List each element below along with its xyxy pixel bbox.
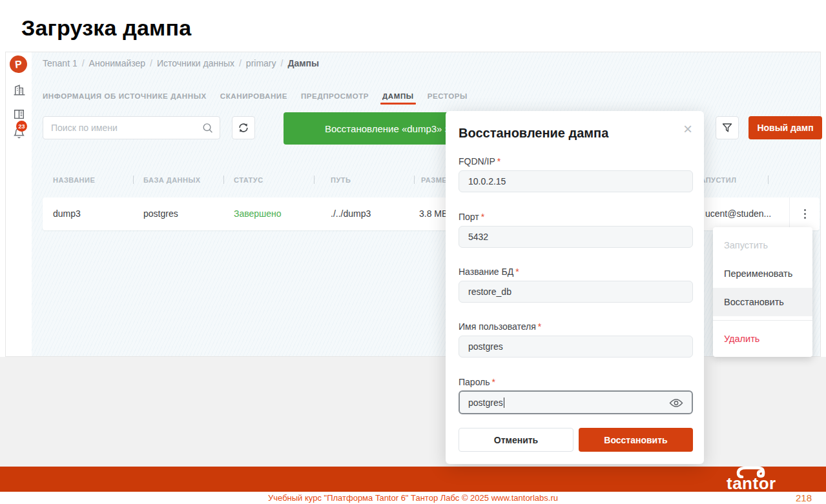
search-box xyxy=(43,116,220,139)
filter-button[interactable] xyxy=(716,116,739,139)
column-divider xyxy=(223,176,224,184)
notifications-badge: 23 xyxy=(16,121,27,132)
column-divider xyxy=(133,176,134,184)
tab-datasource-info[interactable]: ИНФОРМАЦИЯ ОБ ИСТОЧНИКЕ ДАННЫХ xyxy=(43,92,207,100)
col-header-database: БАЗА ДАННЫХ xyxy=(143,176,201,184)
text-caret xyxy=(504,398,505,408)
breadcrumb-dumps: Дампы xyxy=(287,58,319,68)
fqdn-value: 10.0.2.15 xyxy=(468,176,506,186)
port-label: Порт* xyxy=(459,212,484,222)
organization-icon[interactable] xyxy=(12,83,26,97)
required-marker: * xyxy=(481,212,484,222)
username-label: Имя пользователя* xyxy=(459,321,541,332)
breadcrumb-datasources[interactable]: Источники данных xyxy=(157,58,234,68)
dbname-label: Название БД* xyxy=(459,267,519,277)
password-label-text: Пароль xyxy=(459,377,490,387)
close-icon[interactable]: × xyxy=(683,121,692,137)
username-input[interactable]: postgres xyxy=(459,336,693,358)
fqdn-label: FQDN/IP* xyxy=(459,156,501,166)
kebab-icon xyxy=(804,209,806,219)
slide: Загрузка дампа P 23 Ten xyxy=(0,0,826,504)
column-divider xyxy=(414,176,415,184)
tantor-wordmark: tantor xyxy=(727,474,776,494)
page-number: 218 xyxy=(796,492,812,503)
cell-path: ./../dump3 xyxy=(331,208,371,219)
breadcrumb-anonymizer[interactable]: Анонимайзер xyxy=(89,58,145,68)
restore-dump-modal: Восстановление дампа × FQDN/IP* 10.0.2.1… xyxy=(446,111,704,464)
breadcrumb-primary[interactable]: primary xyxy=(246,58,276,68)
column-divider xyxy=(768,176,769,184)
col-header-name: НАЗВАНИЕ xyxy=(53,176,95,184)
tab-restores[interactable]: РЕСТОРЫ xyxy=(428,92,468,100)
tantor-logo: tantor xyxy=(727,467,798,492)
row-context-menu: Запустить Переименовать Восстановить Уда… xyxy=(713,227,812,357)
breadcrumb-separator: / xyxy=(82,58,85,68)
fqdn-label-text: FQDN/IP xyxy=(459,156,495,166)
search-input[interactable] xyxy=(51,117,200,139)
cell-status: Завершено xyxy=(234,208,282,219)
required-marker: * xyxy=(492,377,495,387)
col-header-path: ПУТЬ xyxy=(331,176,351,184)
column-divider xyxy=(314,176,315,184)
tab-preview[interactable]: ПРЕДПРОСМОТР xyxy=(301,92,369,100)
modal-title: Восстановление дампа xyxy=(459,126,608,141)
restore-submit-button[interactable]: Восстановить xyxy=(579,428,693,452)
tab-bar: ИНФОРМАЦИЯ ОБ ИСТОЧНИКЕ ДАННЫХ СКАНИРОВА… xyxy=(43,92,468,100)
breadcrumb: Tenant 1 / Анонимайзер / Источники данны… xyxy=(43,58,319,68)
password-input[interactable]: postgres xyxy=(459,390,693,414)
menu-item-start: Запустить xyxy=(713,231,812,259)
menu-item-delete[interactable]: Удалить xyxy=(713,325,812,353)
refresh-button[interactable] xyxy=(232,116,255,139)
port-label-text: Порт xyxy=(459,212,479,222)
show-password-icon[interactable] xyxy=(669,398,683,408)
tab-scanning[interactable]: СКАНИРОВАНИЕ xyxy=(220,92,287,100)
required-marker: * xyxy=(515,267,519,277)
password-label: Пароль* xyxy=(459,377,495,387)
breadcrumb-separator: / xyxy=(281,58,284,68)
cancel-button[interactable]: Отменить xyxy=(459,428,573,452)
tab-dumps[interactable]: ДАМПЫ xyxy=(382,92,414,100)
username-label-text: Имя пользователя xyxy=(459,321,536,332)
required-marker: * xyxy=(538,321,541,332)
fqdn-input[interactable]: 10.0.2.15 xyxy=(459,170,693,192)
refresh-icon xyxy=(237,121,250,134)
dbname-label-text: Название БД xyxy=(459,267,513,277)
menu-item-rename[interactable]: Переименовать xyxy=(713,259,812,288)
port-value: 5432 xyxy=(468,232,488,242)
footer-strip: Учебный курс "Платформа Tantor 6" Тантор… xyxy=(0,492,826,504)
new-dump-button[interactable]: Новый дамп xyxy=(749,116,822,139)
breadcrumb-separator: / xyxy=(239,58,242,68)
footer-course-text: Учебный курс "Платформа Tantor 6" Тантор… xyxy=(0,493,826,503)
platform-logo-icon: P xyxy=(9,55,28,74)
footer-bar: tantor xyxy=(0,467,826,492)
menu-divider xyxy=(713,320,812,321)
breadcrumb-separator: / xyxy=(150,58,152,68)
cell-size: 3.8 MB xyxy=(419,208,448,219)
menu-item-restore[interactable]: Восстановить xyxy=(713,288,812,316)
dbname-value: restore_db xyxy=(468,287,511,297)
col-header-status: СТАТУС xyxy=(234,176,263,184)
dbname-input[interactable]: restore_db xyxy=(459,281,693,303)
filter-icon xyxy=(721,121,734,134)
breadcrumb-tenant[interactable]: Tenant 1 xyxy=(43,58,77,68)
username-value: postgres xyxy=(468,341,503,352)
docs-icon[interactable] xyxy=(12,107,26,121)
port-input[interactable]: 5432 xyxy=(459,226,693,248)
cell-name: dump3 xyxy=(53,208,81,219)
cell-started-by: ucent@studen... xyxy=(705,208,771,219)
search-icon[interactable] xyxy=(201,122,214,134)
sidebar: P 23 xyxy=(6,52,32,356)
password-value: postgres xyxy=(468,398,503,408)
row-actions-button[interactable] xyxy=(789,197,820,230)
page-title: Загрузка дампа xyxy=(21,15,191,41)
cell-database: postgres xyxy=(143,208,178,219)
required-marker: * xyxy=(497,156,501,166)
